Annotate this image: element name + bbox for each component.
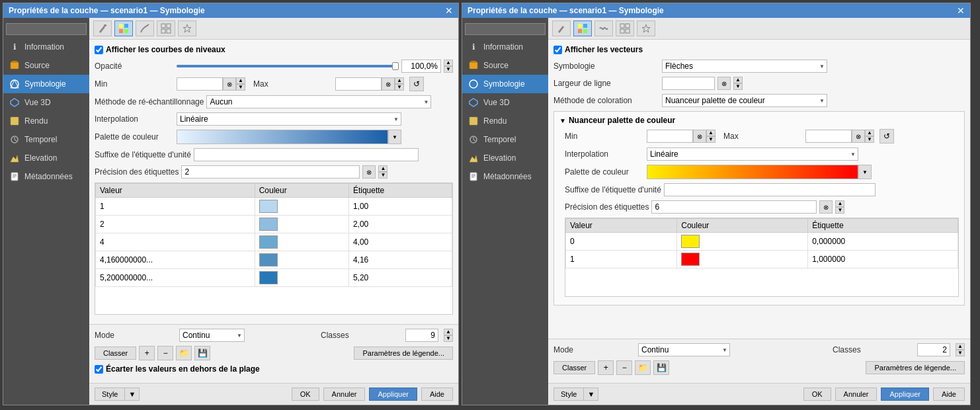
toolbar2-color-btn[interactable]: [573, 20, 592, 36]
min-clear-btn[interactable]: ⊗: [223, 77, 236, 91]
line-width-spin-down[interactable]: ▼: [733, 83, 743, 90]
precision-spin-up[interactable]: ▲: [378, 165, 388, 172]
min-value-input[interactable]: 0,00: [177, 77, 223, 91]
subgroup-header[interactable]: ▼ Nuanceur palette de couleur: [559, 116, 959, 125]
toolbar1-paint-btn[interactable]: [93, 20, 112, 36]
annuler-btn[interactable]: Annuler: [323, 388, 366, 401]
aide-btn[interactable]: Aide: [421, 388, 453, 401]
unit-suffix-input[interactable]: [194, 148, 419, 161]
precision-clear-btn[interactable]: ⊗: [362, 165, 376, 179]
precision-spin-down[interactable]: ▼: [378, 172, 388, 179]
d2-max-spin-up[interactable]: ▲: [865, 130, 874, 136]
sidebar2-item-elevation[interactable]: Elevation: [462, 149, 548, 167]
cell-color[interactable]: [677, 233, 808, 251]
min-spin-up[interactable]: ▲: [236, 77, 245, 84]
dialog2-close-button[interactable]: ✕: [957, 6, 965, 15]
toolbar1-line-btn[interactable]: [136, 20, 154, 36]
sidebar1-item-temporel[interactable]: Temporel: [3, 130, 89, 149]
max-spin-up[interactable]: ▲: [395, 77, 404, 84]
palette-gradient[interactable]: ▼: [177, 130, 401, 144]
d2-min-spin-down[interactable]: ▼: [706, 136, 715, 143]
sidebar1-item-vue3d[interactable]: Vue 3D: [3, 93, 89, 112]
classes-spin-down[interactable]: ▼: [444, 335, 453, 342]
cell-color[interactable]: [255, 198, 348, 216]
d2-max-clear-btn[interactable]: ⊗: [852, 130, 865, 143]
params-legende-btn[interactable]: Paramètres de légende...: [354, 347, 453, 360]
d2-remove-btn[interactable]: −: [616, 360, 632, 375]
opacity-value-input[interactable]: [401, 60, 441, 73]
mode-select[interactable]: Continu: [179, 329, 245, 342]
line-width-clear-btn[interactable]: ⊗: [717, 77, 731, 90]
toolbar2-star-btn[interactable]: [637, 20, 655, 36]
sidebar2-item-symbologie[interactable]: Symbologie: [462, 75, 548, 93]
sidebar2-item-vue3d[interactable]: Vue 3D: [462, 93, 548, 112]
min-spin-down[interactable]: ▼: [236, 84, 245, 91]
sidebar1-item-elevation[interactable]: Elevation: [3, 149, 89, 167]
classes-spin-up[interactable]: ▲: [444, 329, 453, 335]
resampling-select[interactable]: Aucun: [206, 95, 431, 108]
max-value-input[interactable]: 8,00: [335, 77, 382, 91]
toolbar2-paint-btn[interactable]: [552, 20, 571, 36]
palette-dropdown-btn[interactable]: ▼: [388, 130, 401, 144]
d2-palette-gradient[interactable]: ▼: [647, 165, 872, 179]
d2-interpolation-select[interactable]: Linéaire: [647, 147, 858, 161]
cell-color[interactable]: [255, 251, 348, 269]
cell-color[interactable]: [255, 216, 348, 233]
interpolation-select[interactable]: Linéaire: [177, 112, 401, 126]
sidebar2-item-rendu[interactable]: Rendu: [462, 112, 548, 130]
d2-precision-spin-down[interactable]: ▼: [835, 207, 844, 214]
sidebar2-item-metadonnees[interactable]: Métadonnées: [462, 167, 548, 186]
sidebar1-item-rendu[interactable]: Rendu: [3, 112, 89, 130]
save-btn[interactable]: 💾: [194, 346, 210, 360]
cell-color[interactable]: [255, 269, 348, 287]
d2-folder-btn[interactable]: 📁: [635, 360, 651, 375]
d2-precision-clear-btn[interactable]: ⊗: [819, 200, 833, 214]
toolbar2-grid-btn[interactable]: [616, 20, 634, 36]
d2-min-value-input[interactable]: 0,00: [647, 130, 693, 143]
sidebar1-item-metadonnees[interactable]: Métadonnées: [3, 167, 89, 186]
d2-palette-dropdown-btn[interactable]: ▼: [858, 165, 872, 179]
d2-style-arrow-btn[interactable]: ▼: [584, 388, 598, 401]
opacity-spin-down[interactable]: ▼: [444, 66, 453, 73]
d2-classes-input[interactable]: [917, 343, 950, 356]
d2-mode-select[interactable]: Continu: [638, 343, 730, 356]
d2-ok-btn[interactable]: OK: [803, 388, 831, 401]
d2-annuler-btn[interactable]: Annuler: [835, 388, 878, 401]
d2-precision-spin-up[interactable]: ▲: [835, 200, 844, 207]
dialog1-search-input[interactable]: [6, 23, 87, 35]
sidebar2-item-source[interactable]: Source: [462, 56, 548, 75]
d2-params-legende-btn[interactable]: Paramètres de légende...: [866, 361, 965, 374]
sidebar1-item-source[interactable]: Source: [3, 56, 89, 75]
precision-input[interactable]: [181, 165, 360, 179]
d2-max-spin-down[interactable]: ▼: [865, 136, 874, 143]
d2-unit-suffix-input[interactable]: [664, 183, 876, 196]
minmax-refresh-btn[interactable]: ↺: [409, 77, 424, 91]
show-contours-checkbox[interactable]: [95, 46, 103, 54]
sidebar1-item-symbologie[interactable]: Symbologie: [3, 75, 89, 93]
toolbar1-grid-btn[interactable]: [157, 20, 175, 36]
classer-btn[interactable]: Classer: [95, 347, 136, 360]
cell-color[interactable]: [677, 251, 808, 268]
max-spin-down[interactable]: ▼: [395, 84, 404, 91]
ok-btn[interactable]: OK: [292, 388, 319, 401]
remove-btn[interactable]: −: [157, 346, 173, 360]
ecarter-checkbox[interactable]: [95, 365, 103, 374]
dialog2-search-input[interactable]: [465, 23, 546, 35]
opacity-spin-up[interactable]: ▲: [444, 60, 453, 66]
opacity-slider-track[interactable]: [177, 65, 399, 67]
dialog1-close-button[interactable]: ✕: [445, 6, 453, 15]
d2-minmax-refresh-btn[interactable]: ↺: [879, 129, 894, 144]
folder-btn[interactable]: 📁: [176, 346, 192, 360]
d2-add-btn[interactable]: +: [598, 360, 614, 375]
appliquer-btn[interactable]: Appliquer: [369, 388, 417, 401]
toolbar1-color-btn[interactable]: [114, 20, 133, 36]
classes-input[interactable]: [405, 329, 438, 342]
d2-precision-input[interactable]: [651, 200, 817, 214]
d2-style-btn[interactable]: Style: [553, 388, 584, 401]
line-width-spin-up[interactable]: ▲: [733, 77, 743, 83]
sidebar2-item-temporel[interactable]: Temporel: [462, 130, 548, 149]
sidebar1-item-information[interactable]: ℹ Information: [3, 38, 89, 56]
add-btn[interactable]: +: [139, 346, 155, 360]
d2-classer-btn[interactable]: Classer: [553, 361, 595, 374]
toolbar1-star-btn[interactable]: [178, 20, 196, 36]
